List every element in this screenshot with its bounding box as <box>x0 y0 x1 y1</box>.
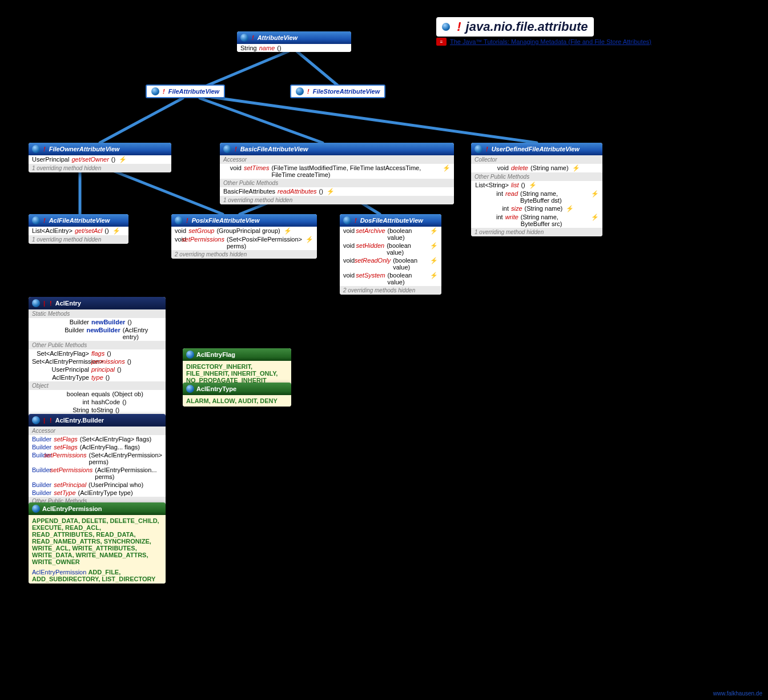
node-DosFileAttributeView[interactable]: ! DosFileAttributeView void setArchive (… <box>340 214 441 295</box>
method-name: setHidden <box>356 242 385 249</box>
node-title: AclEntry.Builder <box>55 417 104 424</box>
method-row: void setPermissions (Set<PosixFilePermis… <box>171 235 317 250</box>
section-label: Object <box>29 381 166 390</box>
interface-icon <box>223 145 231 153</box>
method-row: void setHidden (boolean value) ⚡ <box>340 242 441 256</box>
node-PosixFileAttributeView[interactable]: ! PosixFileAttributeView void setGroup (… <box>171 214 317 259</box>
method-args: () <box>127 319 131 325</box>
method-row: int read (String name, ByteBuffer dst) ⚡ <box>471 190 602 204</box>
throws-icon: ⚡ <box>430 257 438 264</box>
node-FileOwnerAttributeView[interactable]: ! FileOwnerAttributeView UserPrincipal g… <box>29 143 171 172</box>
method-row: BuildersetPermissions(AclEntryPermission… <box>29 466 166 481</box>
node-header: AclEntryFlag <box>183 348 291 361</box>
bang-icon: ! <box>50 300 52 307</box>
bang-icon: ! <box>186 217 188 224</box>
return-type: void <box>343 227 353 234</box>
node-title: AclEntryType <box>196 385 236 392</box>
method-name: write <box>505 214 518 220</box>
section-label: Other Public Methods <box>220 179 454 187</box>
method-row: int size (String name) ⚡ <box>471 204 602 213</box>
method-name: setGroup <box>188 227 214 234</box>
method-name: setPermissions <box>182 236 224 243</box>
method-args: () <box>127 358 131 365</box>
node-AclFileAttributeView[interactable]: ! AclFileAttributeView List<AclEntry> ge… <box>29 214 128 244</box>
node-UserDefinedFileAttributeView[interactable]: ! UserDefinedFileAttributeView Collector… <box>471 143 602 236</box>
throws-icon: ⚡ <box>591 214 599 221</box>
hidden-methods: 2 overriding methods hidden <box>171 250 317 259</box>
hidden-methods: 1 overriding method hidden <box>29 235 128 244</box>
node-title: AclFileAttributeView <box>49 217 110 224</box>
method-row: List<String> list () ⚡ <box>471 181 602 190</box>
class-icon <box>32 299 40 307</box>
throws-icon: ⚡ <box>119 156 127 163</box>
bang-icon: ! <box>355 217 357 224</box>
method-row: inthashCode() <box>29 398 166 406</box>
bang-icon: ! <box>307 88 309 95</box>
method-name: equals <box>91 391 110 397</box>
return-type: UserPrincipal <box>32 156 69 163</box>
return-type: Builder <box>32 319 89 325</box>
method-name: toString <box>91 407 113 413</box>
svg-line-2 <box>100 98 183 143</box>
method-row: void setGroup (GroupPrincipal group) ⚡ <box>171 227 317 235</box>
method-args: () <box>122 399 126 405</box>
method-name: setFlags <box>54 436 78 442</box>
method-name: setSystem <box>356 272 385 279</box>
node-FileStoreAttributeView[interactable]: ! FileStoreAttributeView <box>290 85 385 98</box>
footer-link[interactable]: www.falkhausen.de <box>713 690 762 697</box>
section-label: Other Public Methods <box>29 341 166 349</box>
tutorial-icon: ≡ <box>436 38 447 46</box>
method-row: BasicFileAttributes readAttributes () ⚡ <box>220 187 454 196</box>
method-name: newBuilder <box>91 319 125 325</box>
enum-values: APPEND_DATA, DELETE, DELETE_CHILD, EXECU… <box>29 515 166 568</box>
enum-icon <box>186 385 194 393</box>
svg-line-1 <box>297 51 341 88</box>
node-FileAttributeView[interactable]: ! FileAttributeView <box>146 85 225 98</box>
section-label: Accessor <box>29 427 166 435</box>
section-label: Static Methods <box>29 309 166 318</box>
bang-icon: ! <box>43 146 46 152</box>
node-header: AclEntryType <box>183 383 291 395</box>
method-row: List<AclEntry> get/setAcl () ⚡ <box>29 227 128 235</box>
hidden-methods: 1 overriding method hidden <box>220 196 454 204</box>
method-args: (String name, ByteBuffer src) <box>521 214 588 227</box>
method-name: read <box>505 190 518 197</box>
node-BasicFileAttributeView[interactable]: ! BasicFileAttributeView Accessor void s… <box>220 143 454 204</box>
node-AclEntryPermission[interactable]: AclEntryPermission APPEND_DATA, DELETE, … <box>29 502 166 584</box>
throws-icon: ⚡ <box>443 164 451 172</box>
method-row: AclEntryTypetype() <box>29 373 166 381</box>
method-name: delete <box>511 164 528 171</box>
method-row: void setTimes (FileTime lastModifiedTime… <box>220 164 454 179</box>
enum-icon <box>32 505 40 513</box>
tutorial-link[interactable]: The Java™ Tutorials: Managing Metadata (… <box>450 38 652 45</box>
node-AclEntryFlag[interactable]: AclEntryFlag DIRECTORY_INHERIT, FILE_INH… <box>183 348 291 386</box>
node-header: ! AclFileAttributeView <box>29 214 128 227</box>
return-type: int <box>475 190 503 197</box>
interface-icon <box>151 87 159 95</box>
node-AclEntryBuilder[interactable]: | ! AclEntry.Builder Accessor Builderset… <box>29 414 166 513</box>
method-name: name <box>259 45 275 51</box>
return-type: void <box>175 227 186 234</box>
tutorial-row[interactable]: ≡ The Java™ Tutorials: Managing Metadata… <box>436 38 652 46</box>
node-AclEntryType[interactable]: AclEntryType ALARM, ALLOW, AUDIT, DENY <box>183 383 291 407</box>
bang-icon: ! <box>163 88 165 95</box>
method-name: readAttributes <box>278 188 316 195</box>
interface-icon <box>32 216 40 224</box>
method-args: () <box>107 350 111 357</box>
hidden-methods: 2 overriding methods hidden <box>340 286 441 295</box>
method-name: setFlags <box>54 444 78 450</box>
method-row: booleanequals(Object ob) <box>29 390 166 398</box>
class-icon <box>32 416 40 424</box>
throws-icon: ⚡ <box>430 272 438 279</box>
method-row: BuildersetFlags(AclEntryFlag... flags) <box>29 443 166 451</box>
node-AclEntry[interactable]: | ! AclEntry Static Methods BuildernewBu… <box>29 297 166 422</box>
method-args: () <box>277 45 281 51</box>
throws-icon: ⚡ <box>566 205 574 212</box>
bang-icon: ! <box>43 217 46 224</box>
node-AttributeView[interactable]: ! AttributeView String name () <box>237 31 351 52</box>
node-header: ! UserDefinedFileAttributeView <box>471 143 602 155</box>
alias-type: AclEntryPermission <box>32 569 86 576</box>
method-name: hashCode <box>91 399 120 405</box>
return-type: Builder <box>32 481 51 488</box>
node-header: | ! AclEntry.Builder <box>29 414 166 427</box>
